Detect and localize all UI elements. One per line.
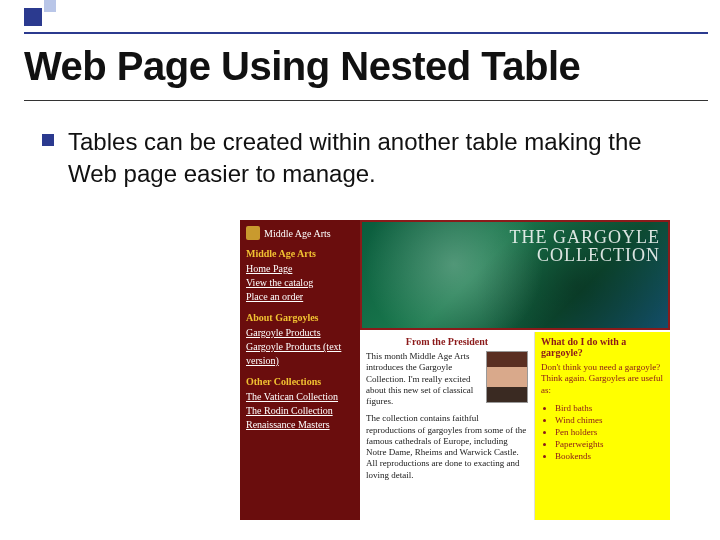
- figure-content-columns: From the President This month Middle Age…: [360, 332, 670, 520]
- bullet-item: Tables can be created within another tab…: [42, 126, 690, 191]
- sidebar-link: Home Page: [246, 262, 354, 276]
- list-item: Wind chimes: [555, 414, 664, 426]
- list-item: Paperweights: [555, 438, 664, 450]
- banner-title: THE GARGOYLE COLLECTION: [510, 228, 660, 264]
- middle-para2: The collection contains faithful reprodu…: [366, 413, 528, 481]
- middle-para1: This month Middle Age Arts introduces th…: [366, 351, 480, 407]
- figure-sidebar: Middle Age Arts Middle Age Arts Home Pag…: [240, 220, 360, 520]
- figure-banner: THE GARGOYLE COLLECTION: [360, 220, 670, 330]
- list-item: Bird baths: [555, 402, 664, 414]
- title-underline: [24, 100, 708, 101]
- president-photo: [486, 351, 528, 403]
- brand-icon: [246, 226, 260, 240]
- list-item: Pen holders: [555, 426, 664, 438]
- slide-corner-decoration: [0, 0, 90, 32]
- figure-right-column: What do I do with a gargoyle? Don't thin…: [535, 332, 670, 520]
- list-item: Bookends: [555, 450, 664, 462]
- uses-list: Bird baths Wind chimes Pen holders Paper…: [541, 402, 664, 463]
- sidebar-link: The Vatican Collection: [246, 390, 354, 404]
- top-rule: [24, 32, 708, 34]
- sidebar-link: Renaissance Masters: [246, 418, 354, 432]
- banner-line1: THE GARGOYLE: [510, 227, 660, 247]
- right-lead: Don't think you need a gargoyle? Think a…: [541, 362, 664, 396]
- sidebar-heading: Other Collections: [246, 376, 354, 387]
- banner-line2: COLLECTION: [537, 245, 660, 265]
- brand-text: Middle Age Arts: [264, 228, 331, 239]
- figure-brand: Middle Age Arts: [246, 226, 354, 240]
- sidebar-link: The Rodin Collection: [246, 404, 354, 418]
- nested-table-figure: Middle Age Arts Middle Age Arts Home Pag…: [240, 220, 670, 520]
- sidebar-heading: Middle Age Arts: [246, 248, 354, 259]
- bullet-text: Tables can be created within another tab…: [68, 126, 690, 191]
- figure-middle-column: From the President This month Middle Age…: [360, 332, 535, 520]
- sidebar-link: Place an order: [246, 290, 354, 304]
- right-heading: What do I do with a gargoyle?: [541, 336, 664, 358]
- square-bullet-icon: [42, 134, 54, 146]
- sidebar-link: View the catalog: [246, 276, 354, 290]
- slide-title: Web Page Using Nested Table: [24, 44, 580, 89]
- sidebar-heading: About Gargoyles: [246, 312, 354, 323]
- sidebar-link: Gargoyle Products: [246, 326, 354, 340]
- middle-heading: From the President: [366, 336, 528, 347]
- sidebar-link: Gargoyle Products (text version): [246, 340, 354, 368]
